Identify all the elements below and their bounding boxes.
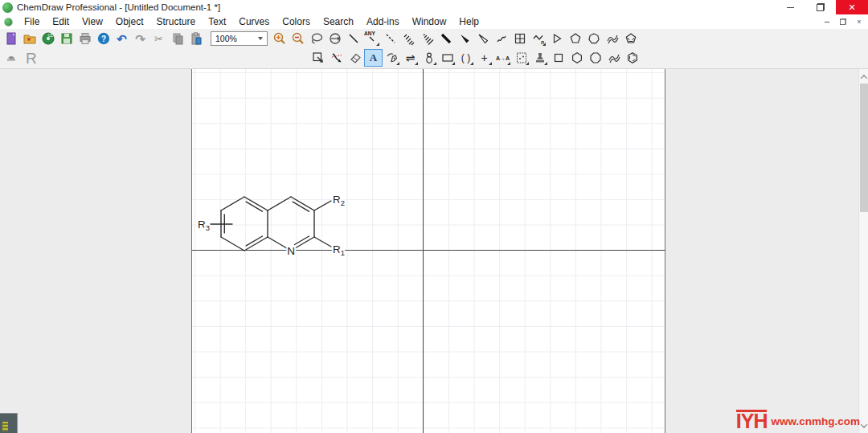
menu-view[interactable]: View (76, 14, 109, 29)
menu-help[interactable]: Help (452, 14, 485, 29)
dropdown-corner-icon (507, 62, 510, 65)
menu-search[interactable]: Search (317, 14, 360, 29)
new-document-button[interactable] (2, 30, 20, 47)
table-tool[interactable] (510, 30, 529, 47)
chemdraw-window: ChemDraw Professional - [Untitled Docume… (0, 0, 868, 433)
menu-window[interactable]: Window (406, 14, 453, 29)
save-button[interactable] (57, 30, 76, 47)
dropdown-corner-icon (396, 62, 399, 65)
chevron-down-icon (258, 37, 263, 40)
zoom-in-button[interactable] (270, 30, 289, 47)
doc-minimize-button[interactable] (821, 17, 833, 27)
wavy-bond-tool[interactable] (492, 30, 510, 47)
doc-close-button[interactable]: × (854, 17, 865, 27)
equilibrium-arrow-tool[interactable]: ⇌ (401, 49, 420, 67)
hashed-bond-tool[interactable] (399, 30, 418, 47)
flexible-ring-tool-2[interactable] (604, 49, 623, 67)
minimize-button[interactable] (775, 0, 805, 14)
window-title: ChemDraw Professional - [Untitled Docume… (17, 2, 220, 12)
dropdown-corner-icon (489, 62, 492, 65)
chemdraw-app-icon (2, 2, 13, 13)
benzene-ring-tool[interactable] (623, 49, 641, 67)
flexible-ring-tool[interactable] (603, 30, 621, 47)
cut-button[interactable]: ✂ (149, 30, 168, 47)
dropdown-corner-icon (470, 62, 473, 65)
cyclopentadiene-ring-tool[interactable] (621, 30, 640, 47)
cyclooctane-ring-tool[interactable] (586, 49, 604, 67)
lasso-select-tool[interactable] (307, 30, 326, 47)
zoom-level-combo[interactable]: 100% (211, 31, 268, 46)
doc-restore-button[interactable] (837, 17, 849, 27)
watermark: IYH www.cnmhg.com (736, 410, 860, 431)
menu-edit[interactable]: Edit (46, 14, 76, 29)
menu-text[interactable]: Text (202, 14, 232, 29)
open-button[interactable] (20, 30, 39, 47)
menu-curves[interactable]: Curves (232, 14, 276, 29)
plus-tool[interactable]: + (475, 49, 493, 67)
restore-button[interactable] (805, 0, 836, 14)
redo-button[interactable]: ↷ (131, 30, 149, 47)
main-toolbar: CD ? ↶ ↷ ✂ (0, 29, 868, 48)
hashed-wedge-bond-tool[interactable] (418, 30, 436, 47)
dropdown-corner-icon (452, 62, 455, 65)
dropdown-corner-icon (376, 43, 379, 46)
bold-bond-tool[interactable] (436, 30, 455, 47)
close-button[interactable]: ✕ (836, 0, 868, 14)
wedge-bond-tool[interactable] (455, 30, 473, 47)
scroll-up-arrow[interactable] (859, 71, 868, 83)
menu-structure[interactable]: Structure (150, 14, 203, 29)
polymer-repeat-tool[interactable]: n (529, 30, 547, 47)
cyclopentane-ring-tool[interactable] (566, 30, 584, 47)
zoom-out-button[interactable] (289, 30, 307, 47)
menu-addins[interactable]: Add-ins (360, 14, 406, 29)
rotate-select-tool[interactable] (326, 30, 344, 47)
document-page[interactable] (191, 69, 665, 433)
svg-text:?: ? (100, 35, 105, 43)
acyclic-chain-tool[interactable] (547, 30, 566, 47)
eraser-tool[interactable] (346, 49, 364, 67)
dropdown-corner-icon (526, 62, 529, 65)
atom-atom-map-tool[interactable]: A→A (493, 49, 512, 67)
dropdown-corner-icon (542, 43, 546, 46)
open-chemdraw-cloud-button[interactable]: CD (39, 30, 57, 47)
any-bond-tool[interactable]: ANY (362, 30, 381, 47)
paste-button[interactable] (186, 30, 205, 47)
dashed-bond-tool[interactable] (381, 30, 399, 47)
menu-file[interactable]: File (18, 14, 46, 29)
undo-button[interactable]: ↶ (113, 30, 131, 47)
orbital-tool[interactable] (420, 49, 438, 67)
menu-object[interactable]: Object (109, 14, 150, 29)
help-button[interactable]: ? (94, 30, 113, 47)
chevron-down-icon (861, 421, 867, 427)
tlc-plate-tool[interactable] (512, 49, 530, 67)
watermark-logo: IYH (736, 410, 768, 431)
watermark-url: www.cnmhg.com (771, 415, 860, 430)
cycloheptane-ring-tool[interactable] (584, 30, 603, 47)
text-tool[interactable]: A (364, 49, 383, 67)
pen-tool[interactable] (383, 49, 401, 67)
zoom-level-value: 100% (211, 34, 258, 43)
cyclobutane-ring-tool[interactable] (549, 49, 567, 67)
bracket-tool[interactable]: ( ) (457, 49, 475, 67)
hollow-wedge-bond-tool[interactable] (473, 30, 492, 47)
dropdown-corner-icon (544, 62, 547, 65)
periodic-table-palette-corner[interactable] (0, 413, 18, 433)
copy-button[interactable] (168, 30, 186, 47)
scrollbar-thumb[interactable] (860, 84, 868, 212)
template-stamp-tool[interactable] (530, 49, 549, 67)
menu-colors[interactable]: Colors (276, 14, 317, 29)
rectangle-tool[interactable] (438, 49, 457, 67)
solid-bond-tool[interactable] (344, 30, 362, 47)
print-button[interactable] (76, 30, 94, 47)
docked-stamp-icon[interactable] (3, 50, 19, 67)
cyclohexane-ring-tool[interactable] (567, 49, 586, 67)
multi-step-arrow-tool[interactable] (327, 49, 346, 67)
vertical-scrollbar[interactable] (858, 69, 868, 433)
r-group-label: R (26, 50, 37, 67)
scroll-down-arrow[interactable] (859, 419, 868, 431)
document-canvas[interactable]: N R1 R2 R3 IYH www.cnmhg.com (0, 69, 868, 433)
dropdown-corner-icon (415, 62, 418, 65)
marquee-select-tool[interactable] (309, 49, 327, 67)
palette-stripes (2, 422, 8, 431)
svg-text:CD: CD (47, 33, 54, 38)
